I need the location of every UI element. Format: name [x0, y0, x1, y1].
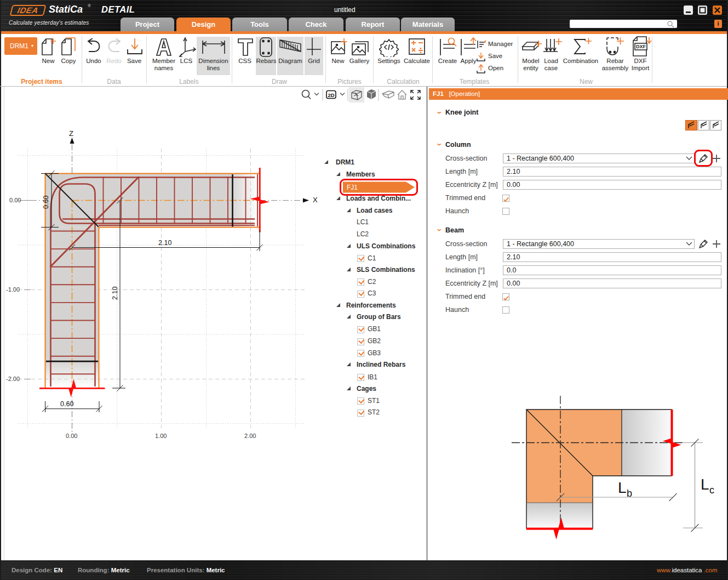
svg-text:2.10: 2.10 — [111, 287, 119, 300]
svg-text:0.60: 0.60 — [60, 400, 73, 408]
svg-text:X: X — [313, 196, 318, 204]
svg-text:-2.00: -2.00 — [6, 376, 20, 382]
svg-text:L: L — [618, 479, 627, 496]
svg-text:-1.00: -1.00 — [6, 286, 20, 293]
svg-text:L: L — [701, 476, 709, 493]
svg-text:2.10: 2.10 — [158, 239, 171, 247]
svg-text:c: c — [709, 485, 714, 496]
svg-text:1.00: 1.00 — [155, 433, 167, 439]
svg-text:2.00: 2.00 — [244, 433, 256, 439]
svg-text:0.00: 0.00 — [9, 197, 21, 203]
svg-text:b: b — [627, 488, 632, 499]
svg-text:0.00: 0.00 — [66, 433, 77, 439]
svg-text:Z: Z — [69, 129, 73, 138]
svg-text:0.60: 0.60 — [42, 196, 50, 209]
svg-text:DXF: DXF — [636, 44, 646, 49]
